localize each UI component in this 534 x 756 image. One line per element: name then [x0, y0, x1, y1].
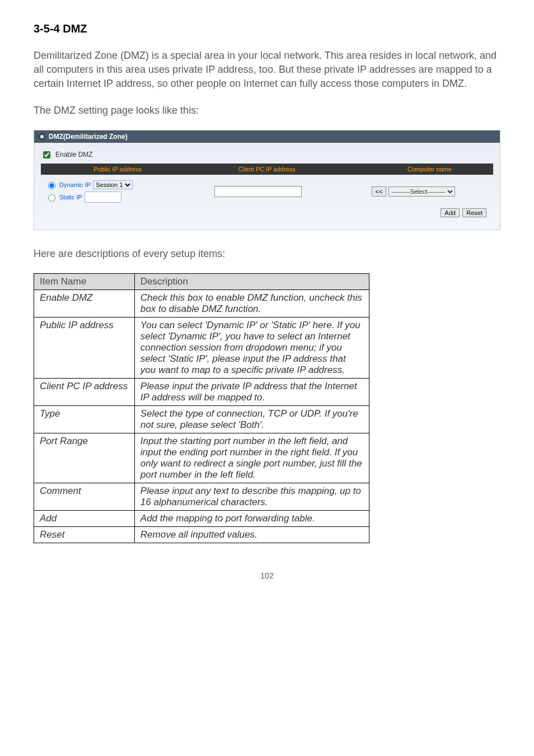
enable-dmz-label: Enable DMZ	[55, 151, 93, 158]
reset-button[interactable]: Reset	[462, 208, 486, 217]
row-label: Type	[34, 405, 135, 433]
assign-button[interactable]: <<	[372, 186, 387, 197]
row-description: You can select 'Dynamic IP' or 'Static I…	[134, 317, 369, 378]
row-description: Remove all inputted values.	[134, 526, 369, 543]
session-select[interactable]: Session 1	[93, 180, 133, 189]
static-ip-option[interactable]: Static IP	[45, 192, 187, 203]
table-row: ResetRemove all inputted values.	[34, 526, 369, 543]
row-description: Input the starting port number in the le…	[134, 433, 369, 483]
desc-lead-in: Here are descriptions of every setup ite…	[34, 247, 500, 261]
th-description: Description	[134, 273, 369, 290]
lead-in-text: The DMZ setting page looks like this:	[34, 104, 500, 118]
bullet-icon	[39, 133, 45, 140]
panel-header: DMZ(Demilitarized Zone)	[34, 130, 500, 143]
row-label: Enable DMZ	[34, 290, 135, 317]
row-description: Please input the private IP address that…	[134, 378, 369, 405]
computer-name-select[interactable]: ---------Select---------	[388, 186, 455, 197]
row-label: Public IP address	[34, 317, 135, 378]
table-row: Client PC IP addressPlease input the pri…	[34, 378, 369, 405]
section-heading: 3-5-4 DMZ	[34, 22, 500, 35]
dmz-table-row: Dynamic IP Session 1 Static IP << ------…	[41, 175, 493, 206]
row-description: Select the type of connection, TCP or UD…	[134, 405, 369, 433]
intro-paragraph: Demilitarized Zone (DMZ) is a special ar…	[34, 49, 500, 91]
row-label: Client PC IP address	[34, 378, 135, 405]
description-table: Item Name Description Enable DMZCheck th…	[34, 273, 369, 543]
row-description: Add the mapping to port forwarding table…	[134, 510, 369, 526]
th-item-name: Item Name	[34, 273, 135, 290]
row-description: Please input any text to describe this m…	[134, 483, 369, 510]
dynamic-ip-option[interactable]: Dynamic IP Session 1	[45, 180, 187, 189]
add-button[interactable]: Add	[441, 208, 460, 217]
col-computer-name: Computer name	[339, 164, 520, 175]
col-client-ip: Client PC IP address	[195, 164, 339, 175]
table-row: CommentPlease input any text to describe…	[34, 483, 369, 510]
table-row: TypeSelect the type of connection, TCP o…	[34, 405, 369, 433]
row-label: Reset	[34, 526, 135, 543]
row-description: Check this box to enable DMZ function, u…	[134, 290, 369, 317]
static-ip-label: Static IP	[59, 194, 82, 200]
row-label: Port Range	[34, 433, 135, 483]
dynamic-ip-label: Dynamic IP	[59, 181, 91, 188]
static-ip-radio[interactable]	[48, 194, 55, 202]
enable-dmz-checkbox[interactable]	[43, 151, 50, 158]
row-label: Comment	[34, 483, 135, 510]
panel-title: DMZ(Demilitarized Zone)	[49, 133, 128, 141]
table-row: Enable DMZCheck this box to enable DMZ f…	[34, 290, 369, 317]
dmz-table-header: Public IP address Client PC IP address C…	[41, 164, 493, 175]
svg-point-0	[40, 135, 44, 138]
row-label: Add	[34, 510, 135, 526]
client-ip-input[interactable]	[214, 186, 302, 197]
page-number: 102	[34, 571, 500, 580]
table-row: Public IP addressYou can select 'Dynamic…	[34, 317, 369, 378]
col-public-ip: Public IP address	[41, 164, 195, 175]
static-ip-input[interactable]	[85, 192, 121, 203]
dynamic-ip-radio[interactable]	[48, 182, 55, 189]
table-row: Port RangeInput the starting port number…	[34, 433, 369, 483]
dmz-config-panel: DMZ(Demilitarized Zone) Enable DMZ Publi…	[34, 130, 500, 230]
table-row: AddAdd the mapping to port forwarding ta…	[34, 510, 369, 526]
